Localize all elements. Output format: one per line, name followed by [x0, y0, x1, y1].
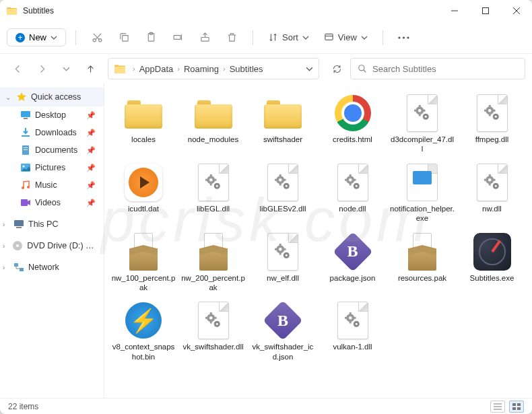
maximize-button[interactable] — [470, 0, 501, 22]
file-item[interactable]: nw_elf.dll — [249, 229, 317, 296]
sidebar-item-pictures[interactable]: Pictures📌 — [0, 159, 104, 176]
sidebar-item-music[interactable]: Music📌 — [0, 176, 104, 194]
sidebar-label: Desktop — [35, 110, 66, 120]
file-item[interactable]: libGLESv2.dll — [249, 160, 317, 226]
file-thumb — [402, 232, 442, 272]
view-menu[interactable]: View — [319, 29, 373, 46]
svg-point-10 — [403, 36, 405, 38]
network-icon — [13, 262, 24, 273]
sidebar-quick-access[interactable]: ⌄ Quick access — [0, 88, 104, 106]
file-item[interactable]: credits.html — [319, 90, 387, 157]
svg-rect-25 — [16, 227, 22, 228]
details-view-button[interactable] — [490, 401, 505, 413]
sidebar-label: Documents — [35, 145, 77, 155]
file-item[interactable]: node_modules — [180, 90, 247, 157]
breadcrumb[interactable]: › AppData › Roaming › Subtitles — [108, 58, 319, 79]
sidebar-item-documents[interactable]: Documents📌 — [0, 141, 104, 159]
breadcrumb-part[interactable]: Subtitles — [230, 64, 263, 74]
file-thumb — [193, 232, 234, 272]
forward-button[interactable] — [31, 58, 53, 79]
svg-point-22 — [27, 186, 30, 188]
breadcrumb-part[interactable]: Roaming — [184, 64, 219, 74]
file-item[interactable]: vulkan-1.dll — [319, 298, 387, 364]
file-item[interactable]: ⚡v8_context_snapshot.bin — [110, 298, 177, 364]
svg-rect-43 — [492, 110, 495, 112]
sidebar-item-desktop[interactable]: Desktop📌 — [0, 106, 104, 124]
sidebar-dvd[interactable]: ›DVD Drive (D:) CCCC — [0, 237, 104, 254]
up-button[interactable] — [79, 58, 101, 79]
file-item[interactable]: nw_200_percent.pak — [180, 229, 247, 296]
sidebar-item-downloads[interactable]: Downloads📌 — [0, 124, 104, 141]
cut-icon[interactable] — [86, 26, 108, 49]
rename-icon[interactable] — [166, 26, 189, 49]
recent-button[interactable] — [55, 58, 77, 79]
file-label: resources.pak — [398, 273, 446, 283]
file-item[interactable]: Subtitles.exe — [459, 229, 526, 296]
pin-icon: 📌 — [86, 111, 96, 120]
sidebar-network[interactable]: ›Network — [0, 258, 104, 276]
file-item[interactable]: swiftshader — [249, 90, 317, 157]
svg-point-63 — [349, 178, 352, 182]
back-button[interactable] — [7, 58, 28, 79]
file-item[interactable]: ffmpeg.dll — [459, 90, 526, 157]
window-title: Subtitles — [23, 6, 439, 15]
chevron-down-icon — [361, 34, 368, 41]
svg-point-77 — [494, 185, 496, 187]
file-item[interactable]: notification_helper.exe — [389, 160, 456, 226]
svg-point-71 — [488, 178, 492, 182]
sidebar: ⌄ Quick access Desktop📌 Downloads📌 Docum… — [0, 83, 104, 398]
svg-rect-59 — [284, 179, 286, 181]
paste-icon[interactable] — [139, 26, 162, 49]
file-item[interactable]: vk_swiftshader.dll — [180, 298, 247, 364]
svg-rect-66 — [345, 179, 347, 181]
sort-label: Sort — [282, 32, 298, 42]
svg-rect-50 — [205, 179, 208, 181]
file-item[interactable]: Bpackage.json — [319, 229, 387, 296]
sort-menu[interactable]: Sort — [263, 29, 314, 46]
file-item[interactable]: nw.dll — [459, 160, 526, 226]
svg-rect-57 — [279, 183, 281, 186]
svg-point-53 — [215, 185, 218, 187]
file-thumb: B — [333, 232, 373, 272]
file-item[interactable]: d3dcompiler_47.dll — [389, 90, 456, 157]
file-item[interactable]: node.dll — [319, 160, 387, 226]
svg-point-79 — [279, 248, 282, 251]
sidebar-this-pc[interactable]: ›This PC — [0, 215, 104, 233]
search-input[interactable] — [372, 64, 518, 74]
svg-rect-7 — [201, 38, 208, 42]
document-icon — [20, 145, 31, 156]
refresh-button[interactable] — [326, 58, 347, 79]
file-item[interactable]: nw_100_percent.pak — [110, 229, 177, 296]
file-item[interactable]: locales — [110, 90, 177, 157]
svg-rect-91 — [213, 317, 216, 319]
large-icons-view-button[interactable] — [509, 401, 524, 413]
search-box[interactable] — [350, 58, 525, 79]
view-icon — [324, 32, 334, 42]
file-item[interactable]: libEGL.dll — [180, 160, 247, 226]
close-button[interactable] — [501, 0, 532, 22]
breadcrumb-part[interactable]: AppData — [139, 64, 174, 74]
svg-rect-82 — [275, 248, 277, 250]
copy-icon[interactable] — [112, 26, 135, 49]
minimize-button[interactable] — [439, 0, 470, 22]
sidebar-item-videos[interactable]: Videos📌 — [0, 194, 104, 211]
file-item[interactable]: resources.pak — [389, 229, 456, 296]
file-thumb — [123, 162, 164, 203]
share-icon[interactable] — [193, 26, 216, 49]
svg-rect-75 — [492, 179, 495, 181]
svg-rect-34 — [414, 110, 417, 112]
file-item[interactable]: icudtl.dat — [110, 160, 177, 226]
delete-icon[interactable] — [220, 26, 243, 49]
file-label: libGLESv2.dll — [259, 204, 306, 213]
svg-point-21 — [22, 186, 24, 189]
svg-point-11 — [407, 36, 409, 38]
file-item[interactable]: Bvk_swiftshader_icd.json — [249, 298, 317, 364]
new-button[interactable]: + New — [7, 28, 66, 46]
more-button[interactable] — [393, 26, 415, 49]
svg-rect-97 — [349, 321, 351, 324]
file-label: notification_helper.exe — [390, 204, 455, 223]
svg-point-27 — [16, 244, 19, 247]
breadcrumb-dropdown[interactable] — [306, 65, 313, 73]
file-label: nw_200_percent.pak — [181, 273, 246, 293]
file-label: nw_100_percent.pak — [111, 273, 176, 293]
